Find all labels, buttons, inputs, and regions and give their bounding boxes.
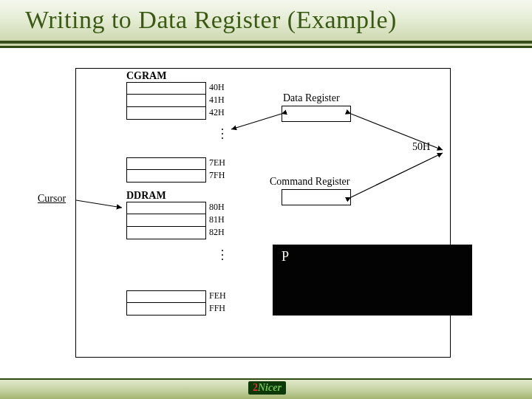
addr-label: 80H bbox=[209, 202, 225, 213]
memory-cell bbox=[126, 214, 206, 227]
overlay-panel: P bbox=[273, 245, 472, 316]
ddram-label: DDRAM bbox=[126, 190, 166, 202]
memory-cell bbox=[126, 170, 206, 183]
svg-line-3 bbox=[76, 200, 122, 208]
memory-cell bbox=[126, 95, 206, 107]
addr-label: 7EH bbox=[209, 157, 225, 168]
addr-label: FEH bbox=[209, 290, 226, 301]
brand-text: Nicer bbox=[258, 382, 282, 393]
memory-cell bbox=[126, 202, 206, 214]
addr-label: 81H bbox=[209, 214, 225, 225]
title-bar: Writing to Data Register (Example) bbox=[0, 0, 532, 48]
addr-label: FFH bbox=[209, 303, 225, 314]
title-rule bbox=[0, 41, 532, 44]
addr-label: 40H bbox=[209, 82, 225, 93]
memory-cell bbox=[126, 107, 206, 120]
cursor-label: Cursor bbox=[38, 193, 66, 205]
cgram-label: CGRAM bbox=[126, 70, 166, 82]
diagram-canvas: CGRAM 40H 41H 42H ··· 7EH 7FH Cursor DDR… bbox=[75, 68, 451, 358]
bus-value: 50H bbox=[412, 141, 430, 153]
memory-cell bbox=[126, 303, 206, 316]
memory-cell bbox=[126, 290, 206, 303]
svg-line-2 bbox=[351, 153, 443, 197]
command-register-label: Command Register bbox=[270, 176, 350, 188]
addr-label: 82H bbox=[209, 227, 225, 238]
command-register-box bbox=[282, 189, 351, 205]
memory-cell bbox=[126, 82, 206, 95]
ellipsis-icon: ··· bbox=[221, 128, 224, 141]
memory-cell bbox=[126, 227, 206, 239]
memory-cell bbox=[126, 157, 206, 170]
data-register-box bbox=[282, 106, 351, 122]
overlay-panel-text: P bbox=[282, 249, 289, 264]
addr-label: 42H bbox=[209, 107, 225, 118]
page-title: Writing to Data Register (Example) bbox=[0, 0, 532, 34]
svg-line-1 bbox=[231, 114, 282, 129]
addr-label: 7FH bbox=[209, 170, 225, 181]
ellipsis-icon: ··· bbox=[221, 249, 224, 262]
addr-label: 41H bbox=[209, 95, 225, 106]
brand-badge: 2Nicer bbox=[248, 381, 286, 395]
brand-glyph: 2 bbox=[253, 382, 258, 393]
data-register-label: Data Register bbox=[283, 92, 340, 104]
